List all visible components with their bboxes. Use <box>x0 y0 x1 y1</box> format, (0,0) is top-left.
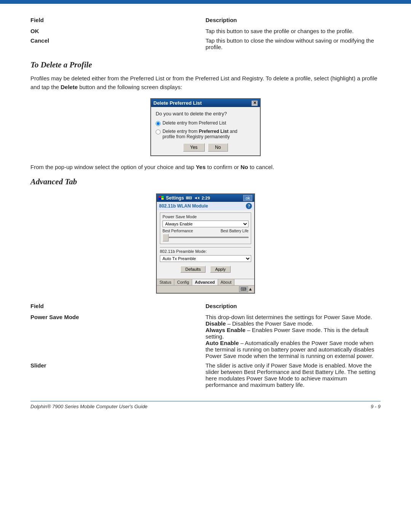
section-heading-advanced: Advanced Tab <box>30 177 381 187</box>
field-description-table-2: Field Description Power Save Mode This d… <box>30 301 381 390</box>
section-heading-delete: To Delete a Profile <box>30 60 381 70</box>
dialog-radio-option2[interactable]: Delete entry from Preferred List andprof… <box>156 129 255 139</box>
svg-rect-0 <box>159 196 161 198</box>
tab-config[interactable]: Config <box>174 279 192 285</box>
power-save-dropdown[interactable]: Always Enable <box>162 220 249 227</box>
dialog-buttons: Yes No <box>156 143 255 152</box>
dialog-body: Do you want to delete the entry? Delete … <box>151 107 260 155</box>
slider-labels: Best Performance Best Battery Life <box>162 229 249 233</box>
help-icon[interactable]: ? <box>246 203 252 209</box>
settings-action-buttons: Defaults Apply <box>160 266 251 273</box>
settings-tabs: Status Config Advanced About <box>157 279 254 285</box>
field-description-table-1: Field Description OK Tap this button to … <box>30 15 381 52</box>
table-row: Slider The slider is active only if Powe… <box>30 361 381 390</box>
signal-icon: ⊞⊟ <box>186 196 192 200</box>
slider-container <box>162 234 249 241</box>
col-field-header-1: Field <box>30 15 206 26</box>
power-save-label: Power Save Mode <box>162 214 249 219</box>
time-display: 2:29 <box>202 196 210 200</box>
power-save-group: Power Save Mode Always Enable Best Perfo… <box>160 212 251 244</box>
field-desc-ok: Tap this button to save the profile or c… <box>206 26 381 36</box>
dialog-close-icon[interactable]: ✕ <box>252 101 258 106</box>
slider-track[interactable] <box>169 237 249 238</box>
settings-ok-button[interactable]: ok <box>243 195 252 201</box>
svg-rect-3 <box>161 198 164 200</box>
preamble-dropdown[interactable]: Auto Tx Preamble <box>160 255 251 262</box>
table-row: Power Save Mode This drop-down list dete… <box>30 312 381 361</box>
win-flag-icon <box>159 196 164 200</box>
dialog-title: Delete Preferred List <box>153 100 202 106</box>
screenshot-settings: Settings ⊞⊟ ◄x 2:29 ok 802.11b WLAN Modu… <box>30 193 381 294</box>
preamble-group: 802.11b Preamble Mode: Auto Tx Preamble <box>160 249 251 264</box>
col-desc-header-1: Description <box>206 15 381 26</box>
radio-preferred-list[interactable] <box>156 121 161 126</box>
apply-button[interactable]: Apply <box>210 266 231 273</box>
section-para-delete: Profiles may be deleted either from the … <box>30 74 381 91</box>
radio-label-1: Delete entry from Preferred List <box>162 120 226 126</box>
settings-window: Settings ⊞⊟ ◄x 2:29 ok 802.11b WLAN Modu… <box>156 193 255 294</box>
preamble-label: 802.11b Preamble Mode: <box>160 249 251 254</box>
tab-advanced[interactable]: Advanced <box>192 279 218 285</box>
table-row: Cancel Tap this button to close the wind… <box>30 36 381 52</box>
settings-body: Power Save Mode Always Enable Best Perfo… <box>157 210 254 277</box>
field-desc-cancel: Tap this button to close the window with… <box>206 36 381 52</box>
arrow-icon: ▲ <box>248 286 253 292</box>
after-dialog-para: From the pop-up window select the option… <box>30 163 381 172</box>
field-name-cancel: Cancel <box>30 36 206 52</box>
dialog-radio-option1[interactable]: Delete entry from Preferred List <box>156 120 255 126</box>
settings-nav: 802.11b WLAN Module ? <box>157 202 254 210</box>
screenshot-delete-dialog: Delete Preferred List ✕ Do you want to d… <box>30 98 381 156</box>
field-name-power-save: Power Save Mode <box>30 312 206 361</box>
tab-status[interactable]: Status <box>157 279 174 285</box>
field-name-ok: OK <box>30 26 206 36</box>
page-footer: Dolphin® 7900 Series Mobile Computer Use… <box>30 401 381 409</box>
settings-footer: ⌨ ▲ <box>157 285 254 293</box>
footer-left: Dolphin® 7900 Series Mobile Computer Use… <box>30 404 148 409</box>
titlebar-left: Settings ⊞⊟ ◄x 2:29 <box>159 195 210 201</box>
svg-rect-1 <box>161 196 164 198</box>
field-desc-power-save: This drop-down list determines the setti… <box>206 312 381 361</box>
field-name-slider: Slider <box>30 361 206 390</box>
slider-left-label: Best Performance <box>162 229 193 233</box>
settings-title: Settings <box>166 195 184 201</box>
settings-titlebar: Settings ⊞⊟ ◄x 2:29 ok <box>157 194 254 202</box>
footer-right: 9 - 9 <box>371 404 381 409</box>
delete-dialog: Delete Preferred List ✕ Do you want to d… <box>150 98 261 156</box>
keyboard-icon[interactable]: ⌨ <box>239 286 248 292</box>
tab-about[interactable]: About <box>218 279 235 285</box>
radio-registry[interactable] <box>156 129 161 134</box>
col-field-header-2: Field <box>30 301 206 312</box>
windows-logo-icon <box>159 196 164 200</box>
radio-label-2: Delete entry from Preferred List andprof… <box>162 129 237 139</box>
dialog-no-button[interactable]: No <box>208 143 228 152</box>
table-row: OK Tap this button to save the profile o… <box>30 26 381 36</box>
dialog-titlebar: Delete Preferred List ✕ <box>151 99 260 107</box>
module-title: 802.11b WLAN Module <box>159 203 208 209</box>
defaults-button[interactable]: Defaults <box>180 266 206 273</box>
svg-rect-2 <box>159 198 161 200</box>
slider-thumb[interactable] <box>162 234 169 241</box>
dialog-question: Do you want to delete the entry? <box>156 111 255 117</box>
slider-right-label: Best Battery Life <box>221 229 249 233</box>
dialog-yes-button[interactable]: Yes <box>183 143 205 152</box>
signal-strength-icon: ◄x <box>194 196 199 200</box>
top-bar <box>0 0 411 4</box>
col-desc-header-2: Description <box>206 301 381 312</box>
field-desc-slider: The slider is active only if Power Save … <box>206 361 381 390</box>
